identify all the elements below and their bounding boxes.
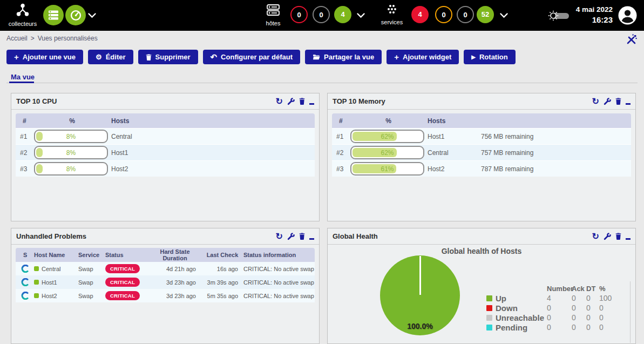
services-critical-counter[interactable]: 4 [411,6,429,23]
memory-usage-bar: 61% [350,162,424,176]
user-avatar[interactable] [618,5,638,25]
legend-header: Number Ack DT % [486,284,622,293]
host-link[interactable]: Host1 [42,279,57,286]
server-stack-icon [48,10,59,21]
hosts-down-counter[interactable]: 0 [290,6,308,23]
centreon-dashboard: collecteurs [0,0,644,344]
delete-view-button[interactable]: Supprimer [138,50,198,64]
memory-remaining: 757 MB remaining [481,149,631,157]
widget-title: TOP 10 CPU [16,97,57,105]
widget-title: Global Health [333,232,378,240]
breadcrumb: Accueil>Vues personnalisées [6,35,101,42]
chevron-down-icon[interactable] [88,13,96,18]
hosts-icon [266,4,280,17]
minimize-icon[interactable] [309,233,314,240]
widget-header: TOP 10 CPU ↻ [11,93,319,110]
undo-arrow-icon: ↶ [211,53,218,61]
host-link[interactable]: Central [42,266,60,272]
edit-view-wand-icon[interactable] [626,33,638,45]
chevron-down-icon[interactable] [357,13,365,18]
wrench-icon[interactable] [604,98,611,105]
wrench-icon[interactable] [287,98,295,105]
trash-icon[interactable] [615,233,621,240]
refresh-icon[interactable]: ↻ [276,232,283,241]
cpu-usage-bar: 8% [34,146,108,159]
minimize-icon[interactable] [626,98,631,105]
legend-swatch [486,325,492,330]
status-badge: CRITICAL [105,291,140,300]
current-time: 16:23 [576,15,613,24]
wrench-icon[interactable] [604,233,611,240]
problem-row: Host2 Swap CRITICAL 3d 23h ago 5m 35s ag… [16,289,315,302]
services-warning-counter[interactable]: 0 [435,6,452,23]
minimize-icon[interactable] [309,98,314,105]
plus-icon: + [394,53,399,61]
service-name: Swap [78,279,105,286]
table-row: #1 62% Host1 756 MB remaining [332,128,631,144]
host-status-square [34,266,39,271]
memory-remaining: 787 MB remaining [481,165,631,173]
wrench-icon[interactable] [287,233,295,240]
problem-row: Central Swap CRITICAL 4d 21h ago 16s ago… [16,262,315,275]
widget-global-health: Global Health ↻ Global heal [327,228,636,344]
legend-row: Up 4 0 0 100 [486,293,622,303]
table-row: #2 8% Host1 [16,144,315,160]
legend-row: Pending 0 0 0 0 [486,322,622,332]
host-name: Central [111,133,165,140]
edit-view-button[interactable]: ⚙ Éditer [88,50,133,64]
centreon-logo-icon [16,292,34,300]
minimize-icon[interactable] [626,233,631,240]
plus-icon: + [14,53,19,61]
refresh-icon[interactable]: ↻ [592,97,599,106]
widget-top10-memory: TOP 10 Memory ↻ [327,93,636,221]
refresh-icon[interactable]: ↻ [592,232,599,241]
share-view-button[interactable]: Partager la vue [305,50,382,64]
tab-divider [6,83,638,83]
refresh-icon[interactable]: ↻ [276,97,283,106]
legend-row: Unreachable 0 0 0 0 [486,313,622,322]
table-header: # % Hosts [332,113,631,128]
add-widget-button[interactable]: + Ajouter widget [387,50,459,64]
chevron-down-icon[interactable] [500,13,508,18]
play-icon: ▶ [471,55,476,60]
gear-icon: ⚙ [96,53,102,60]
table-row: #1 8% Central [16,128,315,144]
rotation-button[interactable]: ▶ Rotation [464,50,515,64]
services-unknown-counter[interactable]: 0 [457,6,474,23]
add-view-button[interactable]: + Ajouter une vue [6,50,83,64]
top-navigation-bar: collecteurs [0,0,644,31]
host-name: Host2 [111,165,165,173]
table-header: S Host Name Service Status Hard State Du… [16,248,315,262]
poller-list-button[interactable] [43,5,64,25]
cpu-usage-bar: 8% [34,162,108,176]
folder-icon [313,54,320,60]
services-ok-counter[interactable]: 52 [477,6,494,23]
cpu-usage-bar: 8% [34,130,108,143]
breadcrumb-current: Vues personnalisées [38,35,98,42]
tab-ma-vue[interactable]: Ma vue [11,73,35,81]
problem-row: Host1 Swap CRITICAL 3d 23h ago 3m 39s ag… [16,275,315,289]
trash-icon[interactable] [615,98,621,105]
gauge-icon [70,9,82,22]
hosts-health-pie-chart: 100.0% [380,255,460,335]
last-check: 5m 35s ago [201,293,243,299]
trash-icon[interactable] [299,98,305,105]
pollers-menu[interactable]: collecteurs [8,3,38,27]
services-menu[interactable]: services [377,4,407,25]
service-name: Swap [78,293,105,299]
breadcrumb-separator: > [31,35,35,42]
host-link[interactable]: Host2 [42,293,57,299]
set-default-view-button[interactable]: ↶ Configurer par défaut [203,50,300,64]
theme-toggle[interactable] [546,9,572,22]
legend-swatch [486,305,492,311]
table-row: #3 8% Host2 [16,160,315,177]
widget-top10-cpu: TOP 10 CPU ↻ [11,93,320,221]
trash-icon[interactable] [299,233,305,240]
hosts-up-counter[interactable]: 4 [334,6,351,23]
hosts-unreachable-counter[interactable]: 0 [313,6,330,23]
centreon-logo-icon [16,265,34,273]
hosts-menu[interactable]: hôtes [259,4,287,26]
breadcrumb-home[interactable]: Accueil [6,35,28,42]
poller-stats-button[interactable] [65,5,86,25]
memory-remaining: 756 MB remaining [481,133,631,140]
